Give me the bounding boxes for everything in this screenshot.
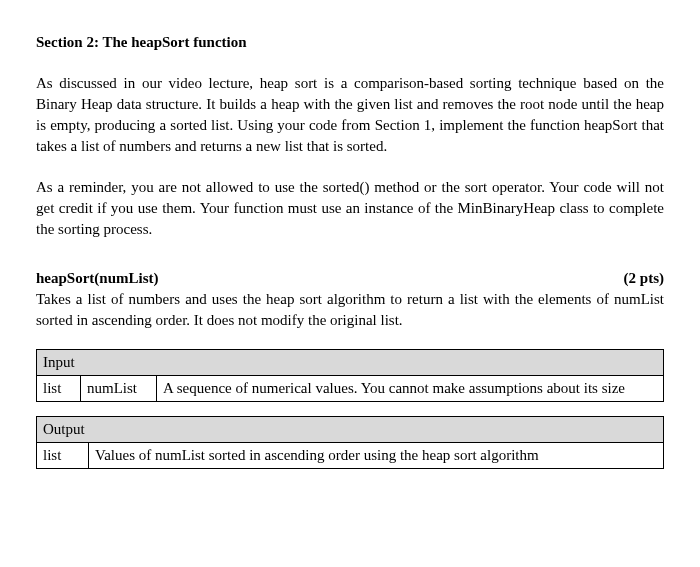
input-table: Input list numList A sequence of numeric… <box>36 349 664 402</box>
spec-name: heapSort(numList) <box>36 268 159 289</box>
spec-description: Takes a list of numbers and uses the hea… <box>36 289 664 331</box>
input-desc-cell: A sequence of numerical values. You cann… <box>157 376 664 402</box>
paragraph-2: As a reminder, you are not allowed to us… <box>36 177 664 240</box>
output-type-cell: list <box>37 443 89 469</box>
input-type-cell: list <box>37 376 81 402</box>
table-row: list Values of numList sorted in ascendi… <box>37 443 664 469</box>
paragraph-1: As discussed in our video lecture, heap … <box>36 73 664 157</box>
input-header: Input <box>37 350 664 376</box>
output-table: Output list Values of numList sorted in … <box>36 416 664 469</box>
table-header-row: Input <box>37 350 664 376</box>
input-name-cell: numList <box>81 376 157 402</box>
spec-header: heapSort(numList) (2 pts) <box>36 268 664 289</box>
table-row: list numList A sequence of numerical val… <box>37 376 664 402</box>
output-desc-cell: Values of numList sorted in ascending or… <box>89 443 664 469</box>
spec-points: (2 pts) <box>624 268 664 289</box>
section-title: Section 2: The heapSort function <box>36 32 664 53</box>
output-header: Output <box>37 417 664 443</box>
table-header-row: Output <box>37 417 664 443</box>
